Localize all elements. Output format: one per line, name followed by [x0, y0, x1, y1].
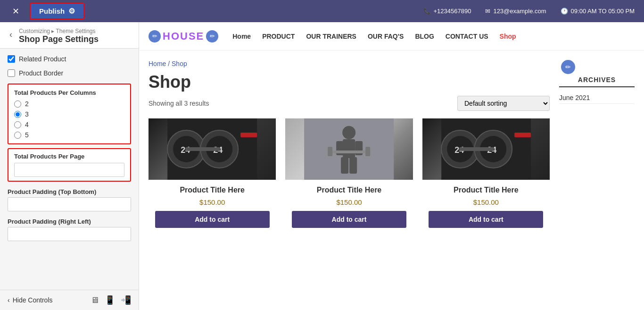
padding-top-bottom-section: Product Padding (Top Bottom) 10	[8, 188, 131, 211]
email-info: ✉ 123@example.com	[485, 8, 546, 15]
svg-rect-7	[185, 147, 220, 151]
add-to-cart-2[interactable]: Add to cart	[292, 211, 406, 228]
add-to-cart-3[interactable]: Add to cart	[429, 211, 543, 228]
padding-right-left-section: Product Padding (Right Left) 10	[8, 218, 131, 241]
product-border-row[interactable]: Product Border	[8, 69, 131, 77]
breadcrumb-sep: /	[168, 60, 172, 67]
per-page-section: Total Products Per Page 9	[8, 148, 131, 182]
main-layout: ‹ Customizing ▸ Theme Settings Shop Page…	[0, 22, 644, 310]
sidebar-content: Related Product Product Border Total Pro…	[0, 49, 139, 248]
close-button[interactable]: ✕	[9, 5, 22, 17]
shop-sidebar: ✏ ARCHIVES June 2021	[559, 60, 635, 305]
nav-our-trainers[interactable]: OUR TRAINERS	[306, 33, 356, 40]
related-product-label: Related Product	[19, 55, 66, 63]
shop-main: Home / Shop Shop Showing all 3 results D…	[149, 60, 550, 305]
phone-info: 📞 +1234567890	[423, 8, 471, 15]
mobile-icon[interactable]: 📲	[121, 295, 131, 305]
email-icon: ✉	[485, 8, 490, 15]
sort-select[interactable]: Default sorting Sort by popularity Sort …	[457, 96, 550, 111]
device-icons: 🖥 📱 📲	[91, 295, 131, 305]
svg-rect-12	[343, 139, 355, 158]
hide-controls-label: Hide Controls	[13, 296, 53, 304]
hours-text: 09:00 AM TO 05:00 PM	[571, 8, 635, 15]
phone-icon: 📞	[423, 8, 431, 15]
column-2-label: 2	[25, 100, 29, 108]
svg-rect-28	[514, 133, 531, 137]
column-4-radio[interactable]	[14, 121, 21, 128]
related-product-row[interactable]: Related Product	[8, 55, 131, 63]
padding-right-left-input[interactable]: 10	[8, 227, 131, 241]
column-2-radio[interactable]	[14, 101, 21, 108]
per-page-input[interactable]: 9	[14, 163, 124, 177]
nav-blog[interactable]: BLOG	[415, 33, 434, 40]
results-row: Showing all 3 results Default sorting So…	[149, 96, 550, 111]
logo-edit-icon[interactable]: ✏	[149, 30, 161, 42]
site-nav: ✏ HOUSE ✏ Home PRODUCT OUR TRAINERS OUR …	[139, 22, 644, 50]
product-card-3: 24 24 Product Title Here $150.00 Add to …	[422, 118, 550, 228]
archive-item-june2021[interactable]: June 2021	[559, 92, 635, 104]
nav-contact-us[interactable]: CONTACT US	[446, 33, 488, 40]
breadcrumb: Customizing ▸ Theme Settings	[19, 28, 99, 34]
svg-rect-27	[459, 147, 494, 151]
add-to-cart-1[interactable]: Add to cart	[155, 211, 270, 228]
padding-top-bottom-label: Product Padding (Top Bottom)	[8, 188, 131, 195]
nav-home[interactable]: Home	[232, 33, 251, 40]
sidebar-breadcrumb-area: Customizing ▸ Theme Settings Shop Page S…	[19, 28, 99, 44]
shop-breadcrumb: Home / Shop	[149, 60, 550, 67]
desktop-icon[interactable]: 🖥	[91, 295, 99, 305]
product-title-1: Product Title Here	[180, 185, 245, 195]
results-text: Showing all 3 results	[149, 100, 209, 107]
svg-rect-19	[365, 147, 370, 156]
related-product-checkbox[interactable]	[8, 55, 15, 63]
publish-button[interactable]: Publish ⚙	[30, 3, 84, 19]
logo-edit-icon-2[interactable]: ✏	[206, 30, 218, 42]
column-3-row[interactable]: 3	[14, 110, 124, 118]
product-price-2: $150.00	[336, 198, 362, 206]
back-button[interactable]: ‹	[8, 29, 14, 41]
product-image-1: 24 24	[149, 118, 276, 180]
nav-product[interactable]: PRODUCT	[262, 33, 295, 40]
columns-radio-group: 2 3 4 5	[14, 100, 124, 139]
product-title-2: Product Title Here	[317, 185, 382, 195]
padding-top-bottom-input[interactable]: 10	[8, 197, 131, 211]
column-5-radio[interactable]	[14, 132, 21, 139]
column-5-row[interactable]: 5	[14, 131, 124, 139]
hours-info: 🕐 09:00 AM TO 05:00 PM	[561, 8, 635, 15]
email-address: 123@example.com	[493, 8, 546, 15]
nav-shop[interactable]: Shop	[500, 33, 516, 40]
column-4-label: 4	[25, 121, 29, 128]
top-bar-right: 📞 +1234567890 ✉ 123@example.com 🕐 09:00 …	[423, 8, 635, 15]
top-bar: ✕ Publish ⚙ 📞 +1234567890 ✉ 123@example.…	[0, 0, 644, 22]
breadcrumb-shop[interactable]: Shop	[172, 60, 187, 67]
products-grid: 24 24 Product Title Here $150.00 Add to …	[149, 118, 550, 228]
product-image-2	[285, 118, 413, 180]
product-price-1: $150.00	[199, 198, 225, 206]
svg-rect-17	[330, 151, 368, 153]
column-2-row[interactable]: 2	[14, 100, 124, 108]
shop-title: Shop	[149, 72, 550, 92]
clock-icon: 🕐	[561, 8, 568, 15]
sidebar-page-title: Shop Page Settings	[19, 34, 99, 44]
hide-controls-button[interactable]: ‹ Hide Controls	[8, 296, 53, 304]
column-5-label: 5	[25, 131, 29, 139]
svg-rect-15	[341, 157, 348, 174]
per-page-label: Total Products Per Page	[14, 153, 124, 160]
columns-label: Total Products Per Columns	[14, 89, 124, 96]
product-title-3: Product Title Here	[454, 185, 519, 195]
publish-label: Publish	[39, 7, 65, 15]
shop-sidebar-edit-icon[interactable]: ✏	[561, 60, 575, 74]
product-card-2: Product Title Here $150.00 Add to cart	[285, 118, 413, 228]
product-card-1: 24 24 Product Title Here $150.00 Add to …	[149, 118, 276, 228]
top-bar-left: ✕ Publish ⚙	[9, 3, 84, 19]
column-3-radio[interactable]	[14, 111, 21, 118]
sidebar-bottom: ‹ Hide Controls 🖥 📱 📲	[0, 290, 139, 310]
product-price-3: $150.00	[473, 198, 499, 206]
product-image-3: 24 24	[422, 118, 550, 180]
nav-our-faqs[interactable]: OUR FAQ'S	[368, 33, 404, 40]
svg-point-11	[342, 126, 355, 139]
tablet-icon[interactable]: 📱	[105, 295, 115, 305]
phone-number: +1234567890	[434, 8, 471, 15]
column-4-row[interactable]: 4	[14, 121, 124, 128]
product-border-checkbox[interactable]	[8, 69, 15, 77]
breadcrumb-home[interactable]: Home	[149, 60, 166, 67]
